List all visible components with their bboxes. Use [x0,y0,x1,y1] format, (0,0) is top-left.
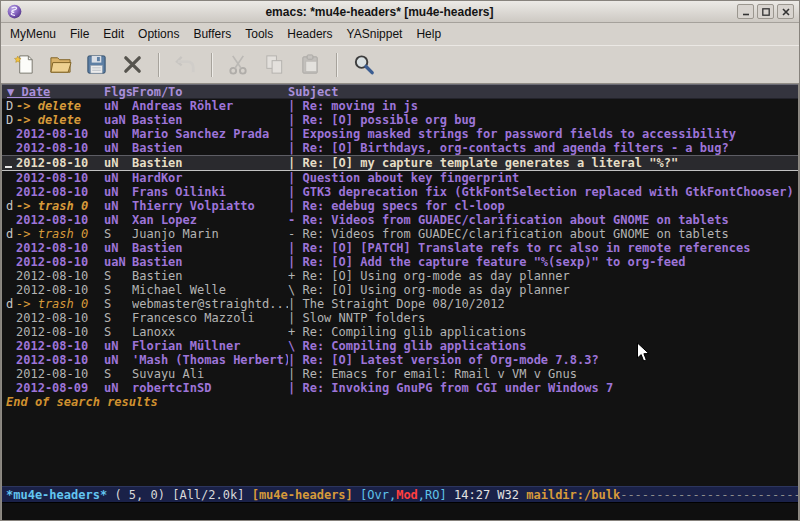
message-flags: uN [104,156,132,170]
message-subject: - Re: Videos from GUADEC/clarification a… [288,213,798,227]
minibuffer[interactable] [2,502,798,520]
message-row[interactable]: 2012-08-10 uN 'Mash (Thomas Herbert) | R… [2,353,798,367]
message-row[interactable]: 2012-08-10 S Lanoxx + Re: Compiling glib… [2,325,798,339]
paste-button[interactable] [297,51,324,78]
message-from: Bastien [132,255,288,269]
message-date: 2012-08-10 [16,171,104,185]
save-button[interactable] [83,51,110,78]
menu-item-headers[interactable]: Headers [280,24,339,44]
search-button[interactable] [350,51,377,78]
copy-button[interactable] [261,51,288,78]
new-file-button[interactable] [11,51,38,78]
menu-item-options[interactable]: Options [131,24,186,44]
menu-item-buffers[interactable]: Buffers [186,24,238,44]
menu-bar: MyMenuFileEditOptionsBuffersToolsHeaders… [1,23,799,45]
message-row[interactable]: D -> delete uN Andreas Röhler | Re: movi… [2,99,798,113]
message-row[interactable]: 2012-08-10 uN Florian Müllner \ Re: Comp… [2,339,798,353]
menu-item-yasnippet[interactable]: YASnippet [340,24,410,44]
menu-item-edit[interactable]: Edit [96,24,131,44]
column-header-from[interactable]: From/To [132,85,288,98]
message-row[interactable]: 2012-08-10 uN Mario Sanchez Prada | Expo… [2,127,798,141]
message-from: Bastien [132,113,288,127]
message-date: 2012-08-10 [16,213,104,227]
message-row[interactable]: 2012-08-10 uN HardKor | Question about k… [2,171,798,185]
message-row[interactable]: 2012-08-10 S Michael Welle \ Re: [O] Usi… [2,283,798,297]
minimize-button[interactable] [737,4,754,19]
message-row[interactable]: 2012-08-10 uN Bastien | Re: [O] Birthday… [2,141,798,155]
message-flags: S [104,227,132,241]
close-buffer-button[interactable] [119,51,146,78]
column-header-subject[interactable]: Subject [288,85,798,98]
modeline-buffer-name: *mu4e-headers* [6,488,107,502]
message-mark-char [2,311,16,325]
open-file-icon [49,53,72,76]
message-mark-char [2,185,16,199]
message-mark-char: d [2,199,16,213]
message-from: Mario Sanchez Prada [132,127,288,141]
menu-item-mymenu[interactable]: MyMenu [3,24,63,44]
open-file-button[interactable] [47,51,74,78]
toolbar-separator [211,53,213,77]
window-title: emacs: *mu4e-headers* [mu4e-headers] [22,5,737,19]
message-row[interactable]: d -> trash 0 S webmaster@straightd... | … [2,297,798,311]
message-flags: uN [104,339,132,353]
message-mark-char: d [2,297,16,311]
message-row[interactable]: D -> delete uaN Bastien | Re: [O] possib… [2,113,798,127]
modeline-filler: ---------------------------------------- [620,488,798,502]
menu-item-tools[interactable]: Tools [238,24,280,44]
menu-item-file[interactable]: File [63,24,96,44]
message-flags: uN [104,171,132,185]
message-row[interactable]: 2012-08-10 uN Frans Oilinki | GTK3 depre… [2,185,798,199]
mode-line: *mu4e-headers* ( 5, 0) [All/2.0k] [mu4e-… [2,486,798,502]
message-row[interactable]: 2012-08-10 S Bastien + Re: [O] Using org… [2,269,798,283]
undo-button[interactable] [172,51,199,78]
message-subject: - Re: Videos from GUADEC/clarification a… [288,227,798,241]
message-subject: | The Straight Dope 08/10/2012 [288,297,798,311]
save-icon [85,53,108,76]
message-row[interactable]: 2012-08-09 uN robertcInSD | Re: Invoking… [2,381,798,395]
message-date: 2012-08-10 [16,255,104,269]
toolbar-separator [336,53,338,77]
message-flags: uaN [104,113,132,127]
message-subject: | Re: [O] possible org bug [288,113,798,127]
undo-icon [174,53,197,76]
message-date: -> delete [16,99,104,113]
message-flags: uN [104,99,132,113]
message-mark-char [2,141,16,155]
message-mark-char [2,269,16,283]
maximize-button[interactable] [757,4,774,19]
message-row[interactable]: d -> trash 0 uN Thierry Volpiatto | Re: … [2,199,798,213]
message-flags: S [104,325,132,339]
cut-button[interactable] [225,51,252,78]
menu-item-help[interactable]: Help [409,24,448,44]
message-date: 2012-08-10 [16,241,104,255]
titlebar[interactable]: emacs: *mu4e-headers* [mu4e-headers] [1,1,799,23]
message-row[interactable]: 2012-08-10 uaN Bastien | Re: [O] Add the… [2,255,798,269]
message-from: Florian Müllner [132,339,288,353]
message-subject: | Re: edebug specs for cl-loop [288,199,798,213]
message-mark-char [2,127,16,141]
message-subject: | Re: [O] my capture template generates … [288,156,798,170]
message-from: Michael Welle [132,283,288,297]
paste-icon [299,53,322,76]
column-header-flags[interactable]: Flgs [104,85,132,98]
message-row[interactable]: 2012-08-10 uN Bastien | Re: [O] [PATCH] … [2,241,798,255]
column-header-date[interactable]: ▼ Date [2,85,104,98]
message-row[interactable]: 2012-08-10 uN Xan Lopez - Re: Videos fro… [2,213,798,227]
message-row[interactable]: d -> trash 0 S Juanjo Marin - Re: Videos… [2,227,798,241]
message-row[interactable]: 2012-08-10 S Suvayu Ali | Re: Emacs for … [2,367,798,381]
message-subject: \ Re: Compiling glib applications [288,339,798,353]
message-date: 2012-08-10 [16,353,104,367]
message-from: Juanjo Marin [132,227,288,241]
message-flags: uN [104,141,132,155]
close-button[interactable] [777,4,794,19]
message-from: Xan Lopez [132,213,288,227]
message-flags: uN [104,241,132,255]
message-row[interactable]: 2012-08-10 uN Bastien | Re: [O] my captu… [2,155,798,171]
message-mark-char [2,381,16,395]
headers-buffer[interactable]: ▼ Date Flgs From/To Subject D -> delete … [2,84,798,486]
message-flags: uN [104,213,132,227]
message-subject: | Re: [O] [PATCH] Translate refs to rc a… [288,241,798,255]
message-row[interactable]: 2012-08-10 S Francesco Mazzoli | Slow NN… [2,311,798,325]
message-date: 2012-08-10 [16,269,104,283]
